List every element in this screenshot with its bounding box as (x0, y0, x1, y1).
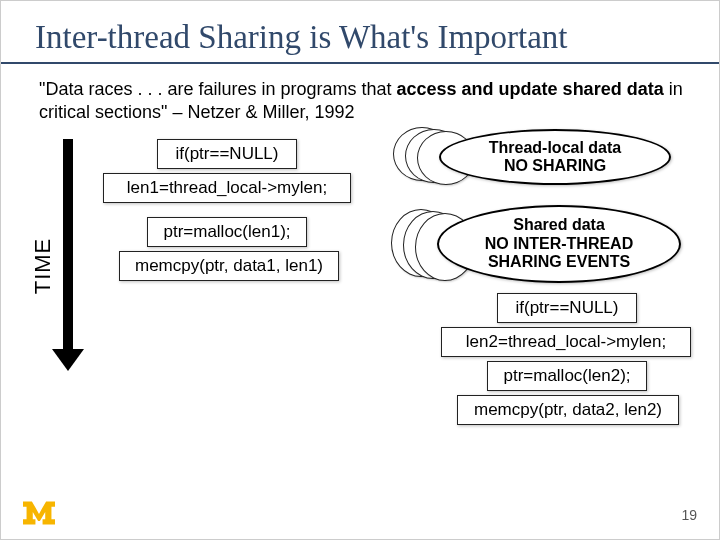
code-box-r2: len2=thread_local->mylen; (441, 327, 691, 357)
quote-bold: access and update shared data (397, 79, 664, 99)
time-arrow-head (52, 349, 84, 371)
time-label: TIME (30, 238, 56, 295)
code-box-l2: len1=thread_local->mylen; (103, 173, 351, 203)
ellipse-shared-data: Shared data NO INTER-THREAD SHARING EVEN… (437, 205, 681, 283)
quote-text: "Data races . . . are failures in progra… (1, 64, 719, 129)
code-box-r3: ptr=malloc(len2); (487, 361, 647, 391)
code-box-l4: memcpy(ptr, data1, len1) (119, 251, 339, 281)
ellipse1-line2: NO SHARING (504, 157, 606, 175)
code-box-l3: ptr=malloc(len1); (147, 217, 307, 247)
ellipse1-line1: Thread-local data (489, 139, 621, 157)
logo-icon (23, 501, 55, 525)
code-box-r1: if(ptr==NULL) (497, 293, 637, 323)
code-box-l1: if(ptr==NULL) (157, 139, 297, 169)
diagram-area: TIME if(ptr==NULL) len1=thread_local->my… (1, 129, 719, 449)
slide-title: Inter-thread Sharing is What's Important (1, 1, 719, 62)
time-arrow-line (63, 139, 73, 351)
ellipse-thread-local: Thread-local data NO SHARING (439, 129, 671, 185)
code-box-r4: memcpy(ptr, data2, len2) (457, 395, 679, 425)
time-axis: TIME (29, 133, 73, 363)
page-number: 19 (681, 507, 697, 523)
ellipse2-line1: Shared data (513, 216, 605, 234)
ellipse2-line3: SHARING EVENTS (488, 253, 630, 271)
ellipse2-line2: NO INTER-THREAD (485, 235, 633, 253)
quote-part1: "Data races . . . are failures in progra… (39, 79, 397, 99)
